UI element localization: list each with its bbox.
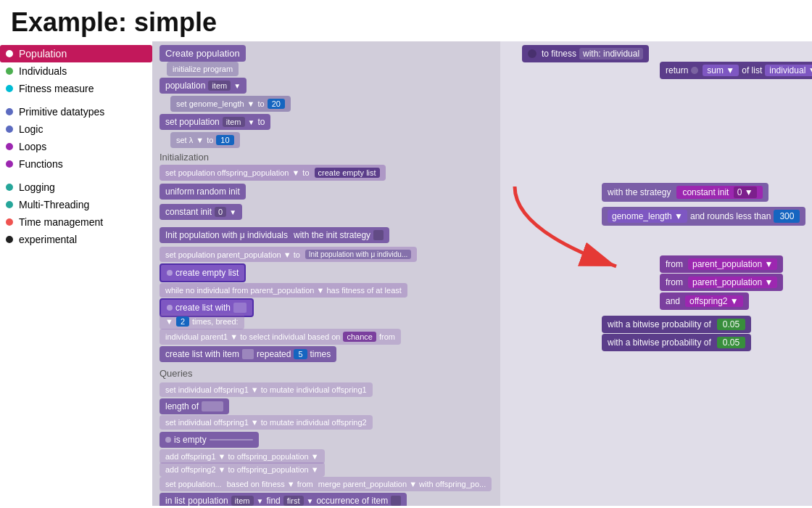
sidebar-item-fitness[interactable]: Fitness measure: [0, 80, 152, 97]
logging-dot: [6, 184, 13, 191]
threading-dot: [6, 201, 13, 208]
constant-init-block[interactable]: constant init 0 ▼: [160, 204, 242, 220]
logic-dot: [6, 126, 13, 133]
add-offspring2-block: add offspring2 ▼ to offspring_population…: [160, 462, 325, 477]
sidebar: Population Individuals Fitness measure P…: [0, 41, 152, 506]
with-strategy-block[interactable]: with the strategy constant init 0 ▼: [602, 183, 768, 202]
genome-length-block[interactable]: genome_length ▼ and rounds less than 300: [602, 207, 805, 226]
loops-dot: [6, 143, 13, 150]
is-empty-block[interactable]: is empty: [160, 432, 259, 448]
create-empty-list-block[interactable]: create empty list: [160, 263, 246, 282]
sidebar-item-time-label: Time management: [19, 216, 103, 228]
sidebar-item-logic[interactable]: Logic: [0, 120, 152, 138]
sidebar-item-individuals[interactable]: Individuals: [0, 62, 152, 80]
individuals-dot: [6, 67, 13, 75]
set-genome-block[interactable]: set genome_length ▼ to 20: [170, 96, 291, 112]
population-dot: [6, 50, 13, 57]
to-fitness-block[interactable]: to fitness with: individual: [522, 45, 649, 62]
times-breed-block: ▼ 2 times, breed:: [160, 314, 244, 329]
population-item-block[interactable]: population item ▼: [160, 78, 246, 94]
add-offspring1-block: add offspring1 ▼ to offspring_population…: [160, 449, 325, 464]
bitwise-prob1-block[interactable]: with a bitwise probability of 0.05: [602, 316, 751, 333]
create-list-item-block[interactable]: create list with item repeated 5 times: [160, 346, 336, 362]
mutate-offspring2-block: set individual offspring1 ▼ to mutate in…: [160, 415, 373, 430]
sidebar-item-functions-label: Functions: [19, 158, 63, 170]
sidebar-item-population-label: Population: [19, 48, 67, 60]
mutate-offspring1-block: set individual offspring1 ▼ to mutate in…: [160, 382, 373, 397]
create-population-block[interactable]: Create population: [160, 45, 246, 62]
merge-block: set population... based on fitness ▼ fro…: [160, 477, 492, 491]
set-offspring-block: set population offspring_population ▼ to…: [160, 165, 386, 181]
sidebar-item-fitness-label: Fitness measure: [19, 83, 94, 94]
sidebar-item-loops[interactable]: Loops: [0, 138, 152, 155]
sidebar-item-functions[interactable]: Functions: [0, 155, 152, 173]
offspring2-block[interactable]: and offspring2 ▼: [660, 292, 749, 310]
set-population-block[interactable]: set population item ▼ to: [160, 114, 270, 130]
parent1-select-block: individual parent1 ▼ to select individua…: [160, 329, 401, 345]
sidebar-item-time[interactable]: Time management: [0, 213, 152, 231]
sidebar-item-loops-label: Loops: [19, 141, 46, 152]
length-of-block[interactable]: length of: [160, 398, 229, 414]
sidebar-item-population[interactable]: Population: [0, 45, 152, 62]
sidebar-item-threading-label: Multi-Threading: [19, 199, 89, 210]
init-population-block[interactable]: Init population with μ individuals with …: [160, 227, 389, 243]
sidebar-item-experimental-label: experimental: [19, 234, 77, 245]
primitive-dot: [6, 108, 13, 115]
sidebar-item-primitive[interactable]: Primitive datatypes: [0, 103, 152, 120]
set-parent-pop-block: set population parent_population ▼ to In…: [160, 247, 417, 262]
sidebar-item-logic-label: Logic: [19, 123, 43, 135]
fitness-dot: [6, 85, 13, 92]
parent-pop1-block[interactable]: from parent_population ▼: [660, 255, 783, 273]
page-title: Example: simple: [0, 0, 812, 41]
in-list-block[interactable]: in list population item ▼ find first ▼ o…: [160, 493, 407, 506]
time-dot: [6, 218, 13, 226]
while-block: while no individual from parent_populati…: [160, 283, 407, 298]
sidebar-item-logging[interactable]: Logging: [0, 179, 152, 196]
sidebar-item-logging-label: Logging: [19, 181, 55, 193]
parent-pop2-block[interactable]: from parent_population ▼: [660, 274, 783, 291]
return-block[interactable]: return sum ▼ of list individual ▼: [660, 62, 812, 79]
initialization-label: Initialization: [160, 152, 209, 163]
sidebar-item-experimental[interactable]: experimental: [0, 231, 152, 248]
sidebar-item-threading[interactable]: Multi-Threading: [0, 196, 152, 213]
functions-dot: [6, 160, 13, 168]
uniform-random-init-block[interactable]: uniform random init: [160, 184, 246, 200]
set-lambda-block: set λ ▼ to 10: [170, 132, 240, 148]
experimental-dot: [6, 236, 13, 243]
bitwise-prob2-block[interactable]: with a bitwise probability of 0.05: [602, 334, 751, 351]
sidebar-item-individuals-label: Individuals: [19, 65, 67, 77]
initialize-program-block: initialize program: [167, 62, 239, 76]
sidebar-item-primitive-label: Primitive datatypes: [19, 106, 104, 118]
canvas-area: Create population initialize program pop…: [152, 41, 812, 506]
queries-label: Queries: [160, 368, 193, 379]
